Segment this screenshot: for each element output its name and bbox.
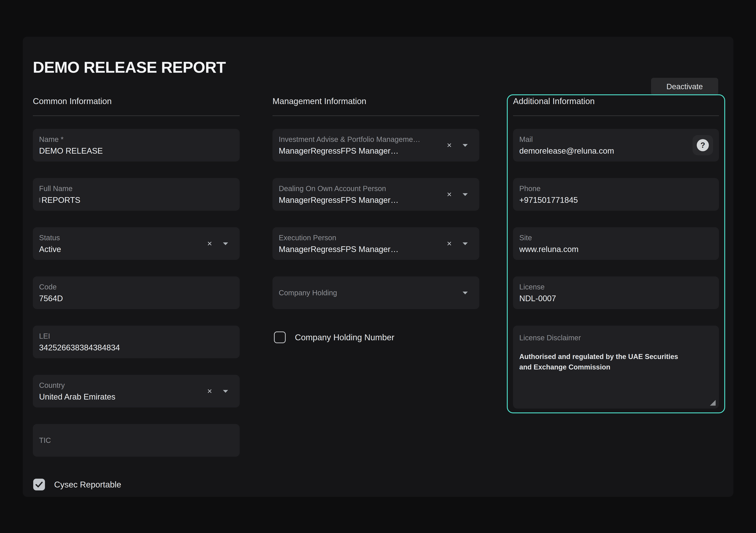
full-name-value: REPORTS [39,195,233,205]
execution-person-value: ManagerRegressFPS Manager… [279,244,473,254]
deactivate-button[interactable]: Deactivate [651,78,718,96]
full-name-label: Full Name [39,184,233,193]
question-mark-icon: ? [697,139,709,151]
license-disclaimer-textarea[interactable]: License Disclaimer Authorised and regula… [513,325,719,408]
tic-label: TIC [39,436,233,445]
cysec-reportable-label: Cysec Reportable [54,480,121,490]
mail-value: demorelease@reluna.com [519,146,713,155]
license-value: NDL-0007 [519,294,713,303]
execution-person-label: Execution Person [279,233,473,242]
mail-field[interactable]: Mail demorelease@reluna.com ? [513,129,719,161]
clear-icon[interactable] [447,143,452,148]
license-disclaimer-label: License Disclaimer [519,333,713,342]
section-title-management: Management Information [273,96,479,106]
chevron-down-icon[interactable] [462,292,468,295]
management-column: Investment Advise & Portfolio Manageme… … [273,129,479,309]
additional-column: Mail demorelease@reluna.com ? Phone +971… [513,129,719,408]
lei-value: 342526638384384834 [39,343,233,352]
section-divider-management [273,115,479,116]
tic-field[interactable]: TIC [33,424,240,457]
license-field[interactable]: License NDL-0007 [513,276,719,309]
name-label: Name * [39,135,233,144]
investment-advise-value: ManagerRegressFPS Manager… [279,146,473,155]
license-label: License [519,282,713,291]
clear-icon[interactable] [207,389,212,394]
site-value: www.reluna.com [519,244,713,254]
investment-advise-label: Investment Advise & Portfolio Manageme… [279,135,473,144]
chevron-down-icon[interactable] [462,144,468,147]
code-field[interactable]: Code 7564D [33,276,240,309]
phone-value: +971501771845 [519,195,713,205]
company-holding-number-label: Company Holding Number [295,332,394,342]
dealing-person-select[interactable]: Dealing On Own Account Person ManagerReg… [273,178,479,211]
mail-label: Mail [519,135,713,144]
company-holding-select[interactable]: Company Holding [273,276,479,309]
license-disclaimer-value: Authorised and regulated by the UAE Secu… [519,351,685,372]
lei-field[interactable]: LEI 342526638384384834 [33,325,240,358]
site-field[interactable]: Site www.reluna.com [513,227,719,260]
chevron-down-icon[interactable] [223,242,228,245]
lei-label: LEI [39,332,233,341]
chevron-down-icon[interactable] [462,193,468,196]
clear-icon[interactable] [447,192,452,197]
checkbox-unchecked-icon[interactable] [274,331,286,343]
status-value: Active [39,244,233,254]
execution-person-select[interactable]: Execution Person ManagerRegressFPS Manag… [273,227,479,260]
company-holding-label: Company Holding [279,288,473,297]
site-label: Site [519,233,713,242]
clear-icon[interactable] [207,241,212,246]
resize-handle-icon[interactable] [710,400,716,406]
section-divider-additional [513,115,719,116]
checkbox-checked-icon[interactable] [33,479,45,491]
cysec-reportable-checkbox-row[interactable]: Cysec Reportable [33,479,121,491]
code-label: Code [39,282,233,291]
dealing-person-label: Dealing On Own Account Person [279,184,473,193]
section-title-common: Common Information [33,96,240,106]
name-value: DEMO RELEASE [39,146,233,155]
chevron-down-icon[interactable] [223,390,228,393]
code-value: 7564D [39,294,233,303]
section-title-additional: Additional Information [513,96,719,106]
phone-field[interactable]: Phone +971501771845 [513,178,719,211]
country-value: United Arab Emirates [39,392,233,402]
page-title: DEMO RELEASE REPORT [33,58,226,76]
help-button[interactable]: ? [692,135,713,155]
dealing-person-value: ManagerRegressFPS Manager… [279,195,473,205]
name-field[interactable]: Name * DEMO RELEASE [33,129,240,161]
section-divider-common [33,115,240,116]
investment-advise-select[interactable]: Investment Advise & Portfolio Manageme… … [273,129,479,161]
text-cursor [39,198,40,203]
company-holding-number-checkbox-row[interactable]: Company Holding Number [274,331,394,343]
country-label: Country [39,381,233,390]
status-select[interactable]: Status Active [33,227,240,260]
status-label: Status [39,233,233,242]
chevron-down-icon[interactable] [462,242,468,245]
full-name-field[interactable]: Full Name REPORTS [33,178,240,211]
common-column: Name * DEMO RELEASE Full Name REPORTS St… [33,129,240,457]
phone-label: Phone [519,184,713,193]
clear-icon[interactable] [447,241,452,246]
country-select[interactable]: Country United Arab Emirates [33,375,240,407]
